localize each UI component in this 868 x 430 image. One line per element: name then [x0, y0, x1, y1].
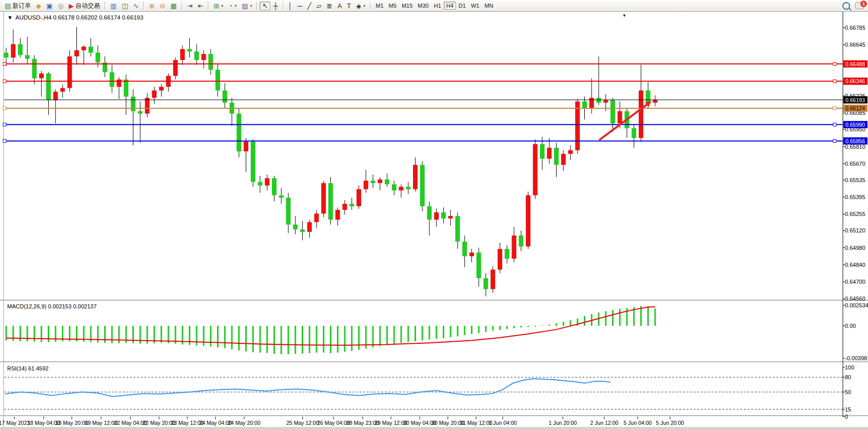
timeframe-h1[interactable]: H1 [431, 2, 444, 10]
horizontal-line-icon: ─ [298, 3, 302, 9]
candle [484, 278, 488, 289]
toolbar-separator [257, 2, 258, 10]
text-button[interactable]: A [335, 2, 345, 10]
channel-button[interactable]: ▱ [314, 2, 324, 10]
price-tick-label: 0.65535 [845, 177, 865, 183]
pivot-line-handle[interactable] [833, 107, 836, 110]
price-tick-label: 0.64840 [845, 262, 865, 268]
candle [194, 51, 199, 60]
resistance-line-1-handle[interactable] [3, 63, 6, 66]
chart-area[interactable]: MACD(12,26,9) 0.002153 0.002137RSI(14) 6… [0, 0, 868, 430]
pivot-line-badge-label: 0.66124 [845, 105, 865, 111]
candle [202, 54, 206, 60]
candle [11, 44, 15, 57]
toolbar-separator [182, 2, 183, 10]
toolbar-group: │─╱▱≣AT◈▾ [286, 0, 368, 11]
vertical-line-button[interactable]: │ [286, 2, 295, 10]
search-icon[interactable] [842, 2, 850, 10]
candle [314, 213, 319, 222]
horizontal-line-button[interactable]: ─ [295, 2, 305, 10]
toolbar-separator [283, 2, 284, 10]
auto-trading-button[interactable]: ▶自动交易 [66, 1, 103, 11]
tile-windows-button[interactable]: ▦ [168, 2, 179, 10]
chevron-down-icon: ▾ [363, 4, 365, 8]
toolbar-group: ⇥⇤ [185, 0, 206, 11]
timeframe-w1[interactable]: W1 [468, 2, 482, 10]
timeframe-mn[interactable]: MN [482, 2, 496, 10]
charts-button[interactable]: ◆ [33, 2, 44, 10]
new-order-button[interactable]: ▤新订单 [2, 1, 33, 11]
chart-scroll-marker[interactable]: ▼ [622, 13, 626, 18]
candle [67, 56, 72, 88]
timeframe-m15[interactable]: M15 [399, 2, 415, 10]
auto-scroll-button[interactable]: ⇥ [185, 2, 195, 10]
candle [321, 183, 326, 213]
candle [498, 249, 502, 269]
candle [279, 196, 284, 198]
candle [610, 100, 615, 123]
new-chart-icon: ⊞ [213, 3, 219, 9]
chart-gold-icon: ◆ [36, 3, 41, 9]
profiles-button[interactable]: ▣ [44, 2, 55, 10]
candle [159, 87, 164, 90]
time-tick-label: 2 Jun 12:00 [590, 420, 619, 426]
timeframe-d1[interactable]: D1 [456, 2, 468, 10]
toolbar-separator [105, 2, 106, 10]
signal-icon: ◎ [58, 3, 64, 9]
candle [632, 128, 636, 138]
zoom-out-button[interactable]: ⊖ [157, 2, 168, 10]
cursor-button[interactable]: ↖ [260, 2, 270, 10]
chart-shift-button[interactable]: ⇤ [195, 2, 206, 10]
support-line-1-handle[interactable] [833, 123, 836, 126]
profile-icon: ▣ [46, 3, 52, 9]
support-line-1-badge-label: 0.65990 [845, 122, 865, 128]
text-label-button[interactable]: T [344, 2, 353, 10]
price-tick-label: 0.65670 [845, 161, 865, 167]
candle [526, 196, 530, 247]
new-chart-button[interactable]: ⊞▾ [211, 2, 226, 10]
chart-menu-arrow[interactable]: ▼ [7, 14, 13, 21]
support-line-2-handle[interactable] [3, 140, 6, 143]
time-tick-label: 25 May 12:00 [286, 420, 319, 426]
time-tick-label: 18 May 20:00 [55, 420, 88, 426]
periods-button[interactable]: ◔▾ [226, 2, 239, 10]
pivot-line-handle[interactable] [3, 107, 6, 110]
bar-chart-button[interactable]: ▥ [108, 2, 119, 10]
candle [505, 249, 509, 259]
auto-scroll-icon: ⇥ [187, 3, 193, 9]
timeframe-m1[interactable]: M1 [373, 2, 386, 10]
candle [173, 60, 178, 76]
candle [547, 148, 551, 159]
trendline-button[interactable]: ╱ [305, 2, 314, 10]
toolbar-separator [370, 2, 371, 10]
line-chart-button[interactable]: ∿ [131, 2, 142, 10]
crosshair-button[interactable]: ┼ [270, 2, 280, 10]
candle [131, 96, 135, 111]
resistance-line-1-handle[interactable] [833, 63, 836, 66]
candlestick-button[interactable]: ◫ [119, 2, 130, 10]
candle [82, 47, 86, 50]
candle [371, 181, 376, 183]
chat-icon[interactable]: 1 [855, 2, 864, 9]
signals-button[interactable]: ◎ [55, 2, 66, 10]
time-tick-label: 5 Jun 04:00 [624, 420, 652, 426]
timeframe-m5[interactable]: M5 [386, 2, 399, 10]
templates-button[interactable]: ▨▾ [239, 2, 254, 10]
new-order-icon: ▤ [5, 3, 11, 9]
resistance-line-2-handle[interactable] [3, 80, 6, 83]
candle [208, 54, 213, 70]
candle [89, 47, 93, 53]
timeframe-h4[interactable]: H4 [444, 2, 456, 10]
fibonacci-button[interactable]: ≣ [324, 2, 335, 10]
support-line-1-handle[interactable] [3, 123, 6, 126]
candle [646, 90, 650, 103]
shapes-button[interactable]: ◈▾ [353, 2, 368, 10]
zoom-in-button[interactable]: ⊕ [146, 2, 157, 10]
candle [4, 53, 9, 58]
candle [286, 198, 291, 224]
candle [244, 142, 248, 151]
candle [251, 142, 255, 182]
timeframe-m30[interactable]: M30 [415, 2, 431, 10]
support-line-2-handle[interactable] [833, 140, 836, 143]
resistance-line-2-handle[interactable] [833, 80, 836, 83]
